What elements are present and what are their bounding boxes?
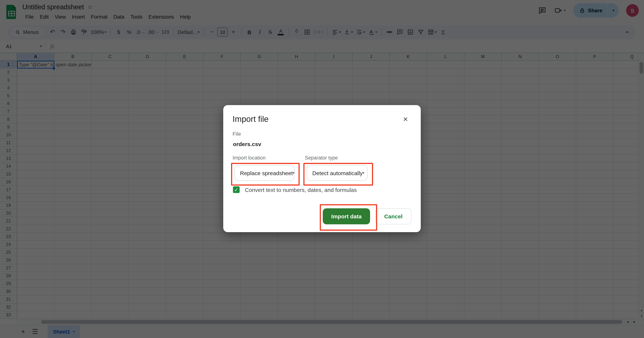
import-file-dialog: Import file ✕ File orders.csv Import loc… (223, 105, 421, 232)
close-icon[interactable]: ✕ (401, 115, 410, 124)
convert-text-label: Convert text to numbers, dates, and form… (245, 186, 357, 193)
import-location-dropdown[interactable]: Replace spreadsheet ▾ (234, 165, 294, 181)
chevron-down-icon: ▾ (293, 171, 294, 174)
google-sheets-app: Untitled spreadsheet ☆ FileEditViewInser… (0, 0, 644, 338)
separator-type-label: Separator type (305, 155, 338, 160)
file-name: orders.csv (233, 141, 261, 147)
convert-text-checkbox[interactable]: ✓ (233, 186, 240, 193)
import-data-button[interactable]: Import data (323, 208, 370, 224)
import-location-label: Import location (232, 155, 266, 160)
separator-type-dropdown[interactable]: Detect automatically ▾ (307, 165, 368, 181)
dialog-title: Import file (232, 114, 268, 124)
separator-type-value: Detect automatically (312, 170, 362, 176)
chevron-down-icon: ▾ (362, 171, 364, 174)
cancel-button[interactable]: Cancel (375, 208, 412, 224)
file-label: File (232, 131, 241, 137)
import-location-value: Replace spreadsheet (240, 170, 293, 176)
